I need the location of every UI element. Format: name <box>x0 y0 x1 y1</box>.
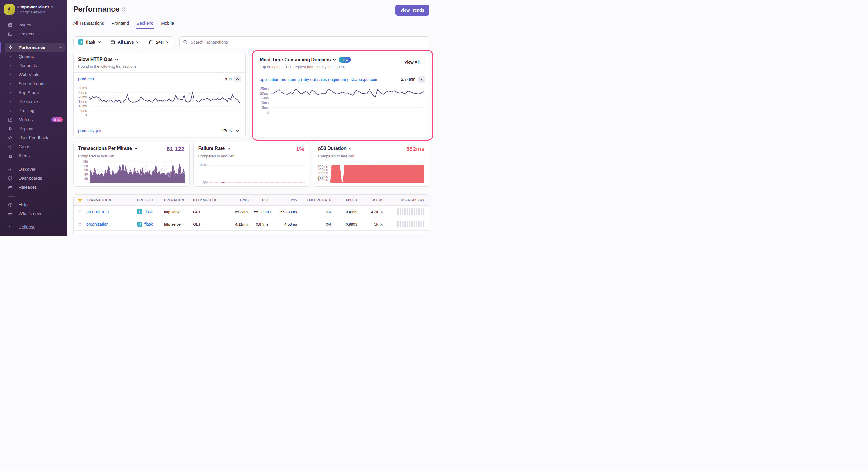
tpm-cell: 4.11/min <box>225 222 254 227</box>
environment-filter[interactable]: All Envs <box>105 37 144 47</box>
sidebar-item-screen-loads[interactable]: Screen Loads <box>0 79 67 88</box>
star-toggle[interactable] <box>73 222 86 227</box>
tpm-title[interactable]: Transactions Per Minute <box>78 146 137 151</box>
sidebar-item-dashboards[interactable]: Dashboards <box>0 174 67 183</box>
sidebar-item-issues[interactable]: Issues <box>0 20 67 29</box>
sidebar-item-app-starts[interactable]: App Starts <box>0 88 67 97</box>
chevron-down-icon <box>51 6 54 8</box>
org-user: George Gritsouk <box>18 10 54 14</box>
sidebar-item-projects[interactable]: Projects <box>0 29 67 38</box>
table-row: product_info flask http.server GET 65.3/… <box>73 206 429 218</box>
col-p95[interactable]: P95 <box>273 198 302 202</box>
p50-duration-title[interactable]: p50 Duration <box>318 146 352 151</box>
chevron-down-icon <box>134 147 137 149</box>
slow-http-ops-title[interactable]: Slow HTTP Ops <box>78 57 241 62</box>
transaction-row-products: products 17ms <box>73 73 245 83</box>
window-icon <box>111 40 115 44</box>
star-toggle[interactable] <box>73 209 86 214</box>
p50-duration-chart <box>330 162 425 183</box>
slow-http-ops-subtitle: Found in the following transactions <box>78 64 241 69</box>
chevron-left-icon <box>8 225 13 230</box>
chevron-down-icon <box>227 147 230 149</box>
sidebar-collapse-button[interactable]: Collapse <box>0 223 67 231</box>
collapse-chart-button[interactable] <box>234 76 241 82</box>
sidebar-item-alerts[interactable]: Alerts <box>0 151 67 160</box>
expand-chart-button[interactable] <box>234 128 241 134</box>
col-transaction[interactable]: TRANSACTION <box>86 198 137 202</box>
sidebar-item-label: Discover <box>19 167 35 172</box>
transaction-link[interactable]: organization <box>86 222 108 227</box>
domain-time-spent: 2.74min <box>401 77 415 82</box>
col-http-method[interactable]: HTTP METHOD <box>193 198 225 202</box>
transactions-table: TRANSACTION PROJECT OPERATION HTTP METHO… <box>73 194 429 234</box>
sidebar-item-resources[interactable]: Resources <box>0 97 67 106</box>
transaction-link[interactable]: product_info <box>86 209 109 214</box>
main-content: Performance ? View Trends All Transactio… <box>67 0 434 236</box>
help-circle-icon[interactable]: ? <box>122 7 127 12</box>
org-switcher[interactable]: Empower Plant George Gritsouk <box>0 0 67 14</box>
col-tpm-sorted[interactable]: TPM ↓ <box>225 198 254 202</box>
telescope-icon <box>8 167 13 172</box>
products-duration: 17ms <box>222 77 232 81</box>
p50-duration-subtitle: Compared to last 24h <box>318 154 425 158</box>
sidebar-item-replays[interactable]: Replays <box>0 124 67 133</box>
date-range-filter[interactable]: 24H <box>144 37 174 47</box>
col-user-misery[interactable]: USER MISERY <box>388 198 429 202</box>
products-link[interactable]: products <box>78 77 94 81</box>
sidebar-item-crons[interactable]: Crons <box>0 142 67 151</box>
sidebar-item-releases[interactable]: Releases <box>0 183 67 192</box>
sidebar-item-requests[interactable]: Requests <box>0 61 67 70</box>
tab-backend[interactable]: Backend <box>136 21 154 29</box>
failure-rate-title[interactable]: Failure Rate <box>198 146 230 151</box>
chevron-down-icon <box>98 41 101 43</box>
org-name: Empower Plant <box>18 4 49 9</box>
col-apdex[interactable]: APDEX <box>336 198 362 202</box>
view-all-button[interactable]: View All <box>399 57 425 67</box>
slow-http-ops-card: Slow HTTP Ops Found in the following tra… <box>73 53 246 137</box>
sidebar-item-label: Profiling <box>19 108 34 113</box>
project-link[interactable]: flask <box>145 222 153 227</box>
sidebar-item-profiling[interactable]: Profiling <box>0 106 67 115</box>
sidebar-item-label: Requests <box>19 63 37 68</box>
search-transactions-input[interactable] <box>179 36 429 48</box>
y-axis-labels: 25ms20ms15ms10ms5ms0 <box>258 87 271 112</box>
collapse-label: Collapse <box>19 225 35 229</box>
project-filter[interactable]: flask <box>73 37 105 47</box>
view-trends-button[interactable]: View Trends <box>395 5 429 16</box>
chevron-up-icon[interactable] <box>60 46 63 48</box>
sidebar-item-user-feedback[interactable]: User Feedback <box>0 133 67 142</box>
col-users[interactable]: USERS <box>362 198 388 202</box>
col-project[interactable]: PROJECT <box>137 198 164 202</box>
tab-mobile[interactable]: Mobile <box>161 21 174 29</box>
sidebar-item-queries[interactable]: Queries <box>0 52 67 61</box>
user-icon <box>380 210 383 214</box>
sidebar-item-web-vitals[interactable]: Web Vitals <box>0 70 67 79</box>
project-link[interactable]: flask <box>145 209 153 214</box>
sidebar-item-whats-new[interactable]: What's new <box>0 209 67 218</box>
failure-rate-chart <box>211 163 305 183</box>
tab-bar: All Transactions Frontend Backend Mobile <box>67 14 434 29</box>
domain-link[interactable]: application-monitoring-ruby-dot-sales-en… <box>260 77 378 82</box>
col-failure-rate[interactable]: FAILURE RATE <box>302 198 336 202</box>
lightning-logo-icon <box>6 6 12 12</box>
sidebar-item-performance[interactable]: Performance <box>0 43 67 52</box>
col-operation[interactable]: OPERATION <box>164 198 193 202</box>
p50-cell: 0.87ms <box>254 222 273 227</box>
tab-all-transactions[interactable]: All Transactions <box>73 21 104 29</box>
star-header-icon[interactable] <box>73 198 86 202</box>
sidebar-item-discover[interactable]: Discover <box>0 165 67 174</box>
sidebar-item-label: Help <box>19 202 28 207</box>
y-axis-labels: 150120906030 <box>78 160 90 183</box>
bullet-icon <box>10 74 11 75</box>
sidebar-item-metrics[interactable]: Metrics beta <box>0 115 67 124</box>
collapse-chart-button[interactable] <box>418 76 425 83</box>
tab-frontend[interactable]: Frontend <box>112 21 129 29</box>
products-join-link[interactable]: products_join <box>78 128 102 133</box>
apdex-cell: 0.4999 <box>336 210 362 214</box>
bullet-icon <box>10 92 11 93</box>
http-method-cell: GET <box>193 210 225 214</box>
user-misery-bars <box>388 221 429 227</box>
sidebar-item-help[interactable]: Help <box>0 200 67 209</box>
siren-icon <box>8 153 13 158</box>
col-p50[interactable]: P50 <box>254 198 273 202</box>
